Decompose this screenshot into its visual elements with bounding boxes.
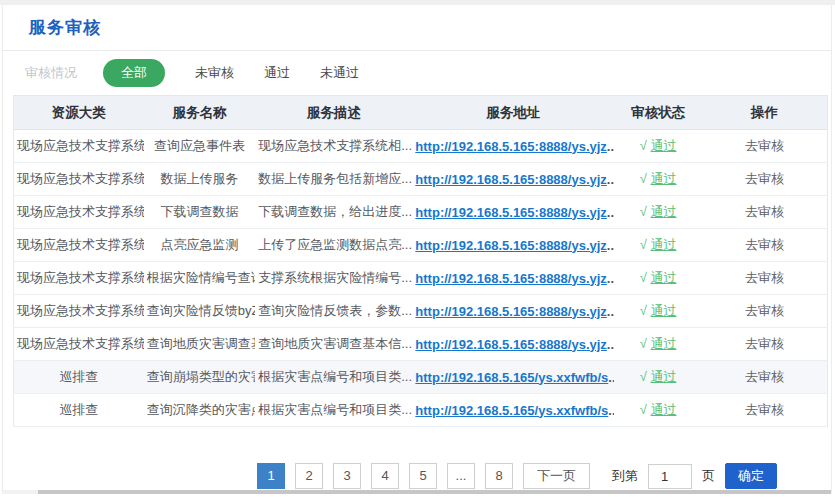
cell-service-address: http://192.168.5.165:8888/ys.yjz... — [412, 262, 614, 295]
go-audit-link[interactable]: 去审核 — [745, 303, 784, 318]
service-url-link[interactable]: http://192.168.5.165:8888/ys.yjz — [415, 304, 607, 319]
status-check-icon: √ — [640, 270, 647, 285]
cell-resource-category: 现场应急技术支撑系统 — [14, 262, 144, 295]
cell-operation: 去审核 — [702, 328, 827, 361]
cell-service-address: http://192.168.5.165:8888/ys.yjz... — [412, 229, 614, 262]
filter-tab-passed[interactable]: 通过 — [264, 64, 290, 82]
cell-service-address: http://192.168.5.165:8888/ys.yjz... — [412, 130, 614, 163]
goto-page-input[interactable] — [648, 464, 692, 489]
status-check-icon: √ — [640, 171, 647, 186]
cell-resource-category: 现场应急技术支撑系统 — [14, 163, 144, 196]
cell-service-name: 查询应急事件表 — [144, 130, 256, 163]
goto-page-prefix-label: 到第 — [612, 467, 638, 485]
cell-audit-status: √ 通过 — [614, 328, 702, 361]
service-url-link[interactable]: http://192.168.5.165:8888/ys.yjz — [415, 271, 607, 286]
service-url-link[interactable]: http://192.168.5.165:8888/ys.yjz — [415, 205, 607, 220]
next-page-button[interactable]: 下一页 — [523, 463, 590, 489]
cell-service-name: 下载调查数据 — [144, 196, 256, 229]
cell-operation: 去审核 — [702, 229, 827, 262]
page-button-3[interactable]: 3 — [333, 463, 361, 489]
go-audit-link[interactable]: 去审核 — [745, 336, 784, 351]
status-badge[interactable]: 通过 — [651, 204, 677, 219]
cell-audit-status: √ 通过 — [614, 196, 702, 229]
cell-audit-status: √ 通过 — [614, 229, 702, 262]
cell-audit-status: √ 通过 — [614, 394, 702, 427]
table-row: 现场应急技术支撑系统查询地质灾害调查基...查询地质灾害调查基本信...http… — [14, 328, 828, 361]
cell-service-address: http://192.168.5.165:8888/ys.yjz... — [412, 196, 614, 229]
horizontal-scrollbar-track[interactable] — [3, 490, 831, 494]
table-row: 现场应急技术支撑系统下载调查数据下载调查数据，给出进度...http://192… — [14, 196, 828, 229]
cell-audit-status: √ 通过 — [614, 361, 702, 394]
confirm-page-button[interactable]: 确定 — [725, 463, 777, 489]
status-badge[interactable]: 通过 — [651, 138, 677, 153]
column-header-service-address: 服务地址 — [412, 96, 614, 130]
status-check-icon: √ — [640, 237, 647, 252]
cell-resource-category: 现场应急技术支撑系统 — [14, 130, 144, 163]
cell-audit-status: √ 通过 — [614, 295, 702, 328]
cell-resource-category: 现场应急技术支撑系统 — [14, 229, 144, 262]
status-badge[interactable]: 通过 — [651, 336, 677, 351]
cell-service-description: 现场应急技术支撑系统相... — [255, 130, 412, 163]
url-truncation-ellipsis: ... — [607, 271, 614, 286]
cell-operation: 去审核 — [702, 163, 827, 196]
cell-resource-category: 巡排查 — [14, 361, 144, 394]
service-url-link[interactable]: http://192.168.5.165:8888/ys.yjz — [415, 139, 607, 154]
status-badge[interactable]: 通过 — [651, 270, 677, 285]
table-header-row: 资源大类 服务名称 服务描述 服务地址 审核状态 操作 — [14, 96, 828, 130]
cell-service-description: 下载调查数据，给出进度... — [255, 196, 412, 229]
cell-operation: 去审核 — [702, 262, 827, 295]
page-button-2[interactable]: 2 — [295, 463, 323, 489]
service-url-link[interactable]: http://192.168.5.165:8888/ys.yjz — [415, 238, 607, 253]
table-row: 现场应急技术支撑系统数据上传服务数据上传服务包括新增应...http://192… — [14, 163, 828, 196]
status-badge[interactable]: 通过 — [651, 171, 677, 186]
go-audit-link[interactable]: 去审核 — [745, 270, 784, 285]
cell-service-name: 查询灾险情反馈byZ... — [144, 295, 256, 328]
cell-operation: 去审核 — [702, 361, 827, 394]
service-url-link[interactable]: http://192.168.5.165/ys.xxfwfb/s — [415, 403, 608, 418]
cell-operation: 去审核 — [702, 196, 827, 229]
status-check-icon: √ — [640, 336, 647, 351]
go-audit-link[interactable]: 去审核 — [745, 237, 784, 252]
column-header-service-description: 服务描述 — [255, 96, 412, 130]
status-badge[interactable]: 通过 — [651, 369, 677, 384]
cell-operation: 去审核 — [702, 130, 827, 163]
cell-service-name: 根据灾险情编号查询... — [144, 262, 256, 295]
service-url-link[interactable]: http://192.168.5.165:8888/ys.yjz — [415, 172, 607, 187]
page-button-5[interactable]: 5 — [409, 463, 437, 489]
table-row: 现场应急技术支撑系统根据灾险情编号查询...支撑系统根据灾险情编号...http… — [14, 262, 828, 295]
column-header-operation: 操作 — [702, 96, 827, 130]
filter-tab-rejected[interactable]: 未通过 — [320, 64, 359, 82]
page-ellipsis-button[interactable]: ... — [447, 463, 475, 489]
page-button-4[interactable]: 4 — [371, 463, 399, 489]
filter-tab-all[interactable]: 全部 — [103, 59, 165, 87]
go-audit-link[interactable]: 去审核 — [745, 369, 784, 384]
cell-service-description: 查询地质灾害调查基本信... — [255, 328, 412, 361]
page-button-1[interactable]: 1 — [257, 463, 285, 489]
go-audit-link[interactable]: 去审核 — [745, 171, 784, 186]
horizontal-scrollbar-thumb[interactable] — [38, 490, 831, 494]
status-badge[interactable]: 通过 — [651, 303, 677, 318]
audit-status-filter-bar: 审核情况 全部 未审核 通过 未通过 — [3, 51, 831, 95]
status-badge[interactable]: 通过 — [651, 237, 677, 252]
page-button-8[interactable]: 8 — [485, 463, 513, 489]
cell-service-address: http://192.168.5.165/ys.xxfwfb/s... — [412, 394, 614, 427]
status-check-icon: √ — [640, 303, 647, 318]
service-url-link[interactable]: http://192.168.5.165:8888/ys.yjz — [415, 337, 607, 352]
status-check-icon: √ — [640, 402, 647, 417]
table-row: 现场应急技术支撑系统查询应急事件表现场应急技术支撑系统相...http://19… — [14, 130, 828, 163]
column-header-resource-category: 资源大类 — [14, 96, 144, 130]
cell-service-address: http://192.168.5.165:8888/ys.yjz... — [412, 328, 614, 361]
cell-resource-category: 现场应急技术支撑系统 — [14, 196, 144, 229]
url-truncation-ellipsis: ... — [607, 139, 614, 154]
url-truncation-ellipsis: ... — [608, 370, 614, 385]
service-url-link[interactable]: http://192.168.5.165/ys.xxfwfb/s — [415, 370, 608, 385]
go-audit-link[interactable]: 去审核 — [745, 204, 784, 219]
go-audit-link[interactable]: 去审核 — [745, 402, 784, 417]
filter-tab-unaudited[interactable]: 未审核 — [195, 64, 234, 82]
cell-service-description: 根据灾害点编号和项目类... — [255, 394, 412, 427]
status-badge[interactable]: 通过 — [651, 402, 677, 417]
go-audit-link[interactable]: 去审核 — [745, 138, 784, 153]
url-truncation-ellipsis: ... — [607, 304, 614, 319]
cell-service-description: 数据上传服务包括新增应... — [255, 163, 412, 196]
cell-service-description: 根据灾害点编号和项目类... — [255, 361, 412, 394]
